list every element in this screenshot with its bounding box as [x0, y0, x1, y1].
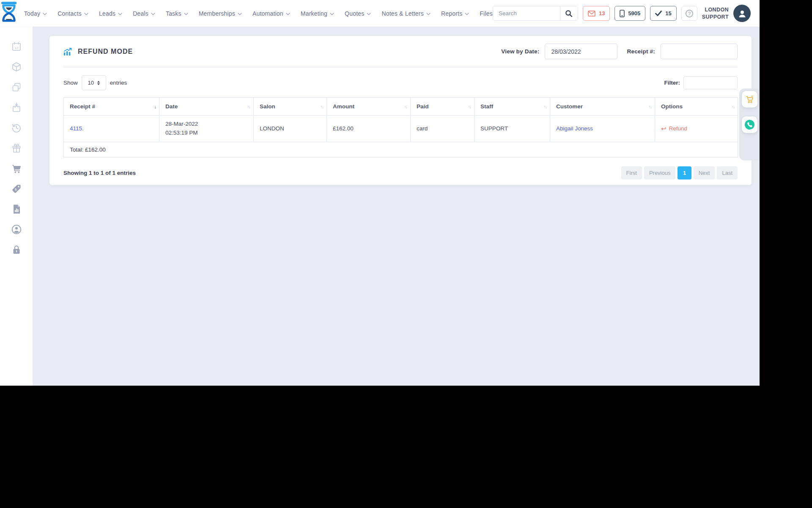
chart-icon: [63, 47, 72, 56]
col-label: Receipt #: [70, 103, 95, 110]
cart-icon[interactable]: [11, 163, 22, 174]
smartphone-icon: [620, 10, 625, 17]
receipt-number-input[interactable]: [661, 44, 738, 59]
header-controls: View by Date: Receipt #:: [501, 44, 738, 59]
phone-count: 5905: [628, 10, 640, 17]
main-menu: Today Contacts Leads Deals Tasks Members…: [24, 10, 493, 17]
question-mark-icon: ?: [685, 9, 694, 18]
pagination-page-1[interactable]: 1: [678, 166, 691, 179]
chevron-down-icon: [84, 13, 88, 15]
entries-label: entries: [110, 80, 127, 86]
menu-notes-letters[interactable]: Notes & Letters: [381, 10, 431, 17]
history-icon[interactable]: [11, 122, 22, 133]
sort-icon: ↑↓: [247, 104, 250, 109]
filter-group: Filter:: [664, 76, 738, 89]
table-row: 4115. 28-Mar-2022 02:53:19 PM LONDON £16…: [64, 116, 738, 142]
menu-label: Deals: [133, 10, 148, 17]
refund-mode-card: REFUND MODE View by Date: Receipt #: Sho…: [49, 36, 752, 185]
menu-memberships[interactable]: Memberships: [199, 10, 242, 17]
chevron-down-icon: [286, 13, 290, 15]
amount-cell: £162.00: [327, 116, 411, 142]
messages-badge[interactable]: 13: [583, 6, 610, 21]
show-label: Show: [63, 80, 78, 86]
account-icon[interactable]: [11, 224, 22, 235]
menu-automation[interactable]: Automation: [252, 10, 290, 17]
time-value: 02:53:19 PM: [165, 129, 247, 138]
customer-link[interactable]: Abigail Joness: [556, 125, 593, 132]
col-staff[interactable]: Staff↑↓: [475, 98, 550, 116]
cart-icon: [746, 95, 754, 104]
menu-leads[interactable]: Leads: [99, 10, 122, 17]
col-salon[interactable]: Salon↑↓: [254, 98, 327, 116]
total-row: Total: £162.00: [64, 142, 738, 157]
col-customer[interactable]: Customer↑↓: [550, 98, 655, 116]
floating-phone-button[interactable]: [742, 116, 757, 133]
menu-today[interactable]: Today: [24, 10, 47, 17]
menu-deals[interactable]: Deals: [133, 10, 155, 17]
person-icon: [737, 8, 747, 19]
col-amount[interactable]: Amount↑↓: [327, 98, 411, 116]
view-by-date-input[interactable]: [545, 44, 617, 59]
price-tag-icon[interactable]: $: [11, 183, 22, 194]
menu-tasks[interactable]: Tasks: [166, 10, 188, 17]
refund-action[interactable]: ↩ Refund: [661, 125, 687, 132]
user-avatar[interactable]: [733, 5, 751, 22]
salon-cell: LONDON: [254, 116, 327, 142]
col-paid[interactable]: Paid↑↓: [411, 98, 475, 116]
menu-reports[interactable]: Reports: [441, 10, 469, 17]
col-receipt[interactable]: Receipt #↑↓: [64, 98, 159, 116]
col-label: Paid: [417, 103, 429, 110]
page-length-select[interactable]: 10: [82, 75, 106, 90]
search-button[interactable]: [560, 6, 578, 20]
return-arrow-icon: ↩: [661, 125, 667, 132]
copy-icon[interactable]: [11, 81, 22, 93]
menu-label: Notes & Letters: [381, 10, 424, 17]
refunds-table: Receipt #↑↓ Date↑↓ Salon↑↓ Amount↑↓ Paid…: [63, 97, 738, 157]
main-content: REFUND MODE View by Date: Receipt #: Sho…: [33, 27, 760, 386]
pagination-next[interactable]: Next: [694, 166, 715, 179]
tasks-badge[interactable]: 15: [650, 6, 676, 21]
chevron-down-icon: [118, 13, 122, 15]
lock-icon[interactable]: [11, 244, 22, 255]
chevron-down-icon: [367, 13, 371, 15]
shopping-bag-icon[interactable]: [11, 102, 22, 113]
view-by-date-label: View by Date:: [501, 48, 539, 55]
menu-label: Quotes: [345, 10, 364, 17]
user-name: LONDON SUPPORT: [702, 6, 729, 20]
total-amount: Total: £162.00: [64, 142, 738, 157]
filter-input[interactable]: [683, 76, 738, 89]
col-options[interactable]: Options↑↓: [655, 98, 738, 116]
messages-count: 13: [599, 10, 605, 17]
menu-files[interactable]: Files: [480, 10, 493, 17]
app-window: Today Contacts Leads Deals Tasks Members…: [0, 0, 760, 386]
user-name-line1: LONDON: [702, 6, 729, 13]
pagination-first[interactable]: First: [621, 166, 642, 179]
user-name-line2: SUPPORT: [702, 14, 729, 20]
table-header-row: Receipt #↑↓ Date↑↓ Salon↑↓ Amount↑↓ Paid…: [64, 98, 738, 116]
help-button[interactable]: ?: [681, 6, 697, 21]
receipt-link[interactable]: 4115.: [70, 125, 84, 132]
menu-label: Marketing: [301, 10, 327, 17]
pagination-previous[interactable]: Previous: [644, 166, 676, 179]
card-header: REFUND MODE View by Date: Receipt #:: [63, 36, 738, 67]
brand-logo[interactable]: [0, 2, 18, 25]
menu-quotes[interactable]: Quotes: [345, 10, 371, 17]
show-entries-group: Show 10 entries: [63, 75, 127, 90]
table-footer: Showing 1 to 1 of 1 entries First Previo…: [63, 166, 738, 179]
report-icon[interactable]: [11, 203, 22, 215]
menu-contacts[interactable]: Contacts: [58, 10, 88, 17]
pagination-last[interactable]: Last: [717, 166, 738, 179]
col-label: Amount: [333, 103, 354, 110]
chevron-down-icon: [151, 13, 155, 15]
search-input[interactable]: [493, 6, 560, 20]
navbar-right: 13 5905 15 ? LONDON SUPPORT: [493, 5, 760, 22]
phone-badge[interactable]: 5905: [614, 6, 645, 21]
calendar-icon[interactable]: 12: [11, 41, 22, 52]
col-label: Salon: [260, 103, 275, 110]
menu-marketing[interactable]: Marketing: [301, 10, 334, 17]
package-icon[interactable]: [11, 61, 22, 72]
gift-icon[interactable]: [11, 142, 22, 154]
col-date[interactable]: Date↑↓: [159, 98, 254, 116]
col-label: Options: [661, 103, 683, 110]
floating-cart-button[interactable]: [742, 91, 757, 108]
